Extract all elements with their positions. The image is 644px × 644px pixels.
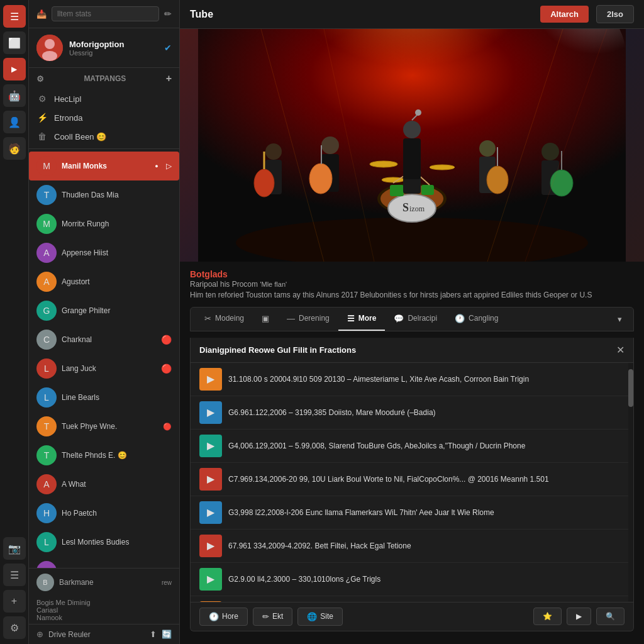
- list-item[interactable]: A Agustort: [29, 267, 179, 296]
- result-row[interactable]: ▶ 31.108.00 s 20004.9l10 509 20130 – Aim…: [191, 363, 633, 396]
- chat-item-active[interactable]: M Manil Monks ● ▷: [29, 152, 179, 180]
- robot-btn[interactable]: 🤖: [3, 84, 26, 107]
- content-area: Botglads Raripoal his Procom 'Mle flan' …: [180, 262, 644, 644]
- chat-name: Thelte Phnds E. 😊: [62, 451, 172, 460]
- star-button[interactable]: ⭐: [533, 608, 562, 625]
- result-row[interactable]: ▶ G3,998 l22,2008-l-206 Eunc llama Flame…: [191, 496, 633, 530]
- settings-btn[interactable]: ⚙: [3, 616, 26, 639]
- result-main: 67.961 334,2009-4.2092. Bett Filtei, Hac…: [228, 541, 625, 550]
- icon2: ▣: [262, 314, 269, 323]
- dropdown-panel: Dianigpined Reowe Gul Filit in Fractions…: [190, 338, 634, 631]
- tab-derening-label: Derening: [299, 314, 330, 323]
- result-row[interactable]: ▶ G2.9.00 ll4,2.3000 – 330,1010lons ¿Ge …: [191, 563, 633, 596]
- namook-label: Namook: [36, 614, 172, 621]
- search-input[interactable]: [52, 6, 159, 21]
- chat-name: Thudlen Das Mia: [62, 191, 172, 199]
- chat-name: Lang Juck: [62, 364, 156, 373]
- list-item[interactable]: A Appense Hiist: [29, 238, 179, 267]
- home-btn[interactable]: ⬜: [3, 31, 26, 54]
- site-label: Site: [320, 612, 333, 621]
- add-section-btn[interactable]: +: [166, 73, 172, 84]
- chat-avatar: L: [36, 387, 57, 408]
- tab-derening[interactable]: — Derening: [278, 308, 338, 331]
- list-item[interactable]: A A What: [29, 470, 179, 499]
- svg-point-1: [45, 39, 55, 49]
- list-btn[interactable]: ☰: [3, 564, 26, 586]
- edit-icon[interactable]: ✏: [164, 9, 172, 19]
- 2lso-button[interactable]: 2lso: [596, 5, 634, 23]
- result-info: G6.961.122,2006 – 3199,385 Doiisto, Mare…: [228, 408, 625, 417]
- result-row[interactable]: ▶ G4,006.129,2001 – 5.99,008, Slarend To…: [191, 430, 633, 463]
- list-item[interactable]: L Lang Juck 🔴: [29, 354, 179, 383]
- action-bar: 🕐 Hore ✏ Ekt 🌐 Site ⭐ ▶ 🔍: [191, 602, 633, 631]
- result-row[interactable]: ▶ C1.919 623,185 306706– Mosite Baen Cen…: [191, 596, 633, 602]
- person2-btn[interactable]: 🧑: [3, 137, 26, 160]
- tab-cangling[interactable]: 🕐 Cangling: [446, 308, 507, 331]
- bottom-nav: B Barkmane rew: [29, 568, 179, 596]
- cool-icon: 🗑: [36, 131, 48, 142]
- ekt-button[interactable]: ✏ Ekt: [253, 608, 292, 626]
- list-item[interactable]: M Morritx Rungh: [29, 209, 179, 238]
- search-button[interactable]: 🔍: [596, 608, 625, 625]
- ekt-label: Ekt: [272, 612, 283, 621]
- plus-btn[interactable]: +: [3, 590, 26, 613]
- divider: [29, 148, 179, 149]
- list-item[interactable]: G Grange Philter: [29, 296, 179, 325]
- chat-arrow: ▷: [166, 162, 172, 170]
- list-item[interactable]: T Tuek Phye Wne. 🔴: [29, 412, 179, 441]
- list-item[interactable]: L Lesl Monties Budies: [29, 528, 179, 557]
- profile-section[interactable]: Moforigoption Uessrig ✔: [29, 28, 179, 68]
- result-info: G2.9.00 ll4,2.3000 – 330,1010lons ¿Ge Tr…: [228, 575, 625, 584]
- scrollbar-thumb[interactable]: [628, 369, 633, 407]
- list-item[interactable]: T Thudlen Das Mia: [29, 180, 179, 209]
- hore-button[interactable]: 🕐 Hore: [199, 608, 248, 626]
- svg-point-2: [42, 51, 57, 61]
- result-thumb: ▶: [199, 435, 222, 457]
- tab-icon2[interactable]: ▣: [253, 308, 278, 331]
- result-main: G4,006.129,2001 – 5.99,008, Slarend TouB…: [228, 441, 625, 450]
- play-button[interactable]: ▶: [567, 608, 591, 625]
- hec-icon: ⚙: [36, 94, 48, 104]
- camera-btn[interactable]: 📷: [3, 537, 26, 560]
- svg-point-33: [479, 140, 496, 157]
- profile-info: Moforigoption Uessrig: [69, 40, 158, 57]
- altarch-button[interactable]: Altarch: [540, 6, 589, 23]
- cangling-icon: 🕐: [455, 314, 465, 323]
- action-right: ⭐ ▶ 🔍: [533, 608, 625, 625]
- nav-item-hec[interactable]: ⚙ HecLipl: [29, 89, 179, 108]
- result-row[interactable]: ▶ 67.961 334,2009-4.2092. Bett Filtei, H…: [191, 530, 633, 563]
- site-button[interactable]: 🌐 Site: [297, 608, 343, 626]
- chat-avatar: L: [36, 561, 57, 568]
- top-bar: Tube Altarch 2lso: [180, 0, 644, 29]
- cariasl-label: Cariasl: [36, 606, 172, 614]
- result-row[interactable]: ▶ G6.961.122,2006 – 3199,385 Doiisto, Ma…: [191, 396, 633, 430]
- close-button[interactable]: ✕: [616, 344, 625, 356]
- person-btn[interactable]: 👤: [3, 111, 26, 133]
- refresh-icon[interactable]: 🔄: [162, 630, 172, 639]
- svg-point-13: [430, 165, 455, 170]
- brand-btn[interactable]: ▶: [3, 58, 26, 80]
- result-row[interactable]: ▶ C7.969.134,2006-20 99, 10U Liark Boul …: [191, 463, 633, 496]
- nav-item-cool[interactable]: 🗑 Cooll Been 😊: [29, 127, 179, 146]
- chat-name: Line Bearls: [62, 393, 172, 402]
- list-item[interactable]: T Thelte Phnds E. 😊: [29, 441, 179, 470]
- etr-label: Etronda: [54, 113, 172, 123]
- result-thumb: ▶: [199, 368, 222, 391]
- chat-avatar: L: [36, 358, 57, 379]
- upload-icon[interactable]: ⬆: [150, 630, 157, 639]
- tab-modeing[interactable]: ✂ Modeing: [196, 308, 253, 331]
- list-item[interactable]: L Line Bearls: [29, 383, 179, 412]
- section-header: ⚙ MatPangs +: [29, 68, 179, 89]
- band-desc2: Him ten reforied Touston tams ay this Al…: [190, 290, 634, 301]
- list-item[interactable]: C Charknal 🔴: [29, 325, 179, 354]
- tab-delracipi[interactable]: 💬 Delracipi: [385, 308, 446, 331]
- list-item[interactable]: L Lanry Pre: [29, 557, 179, 568]
- svg-point-32: [415, 109, 421, 116]
- svg-rect-15: [390, 185, 404, 196]
- list-item[interactable]: H Ho Paetch: [29, 499, 179, 528]
- menu-btn[interactable]: ☰: [3, 5, 26, 28]
- tabs-bar: ✂ Modeing ▣ — Derening ☰ More 💬 Delracip…: [190, 307, 634, 331]
- tab-more[interactable]: ☰ More: [338, 308, 386, 331]
- nav-item-etr[interactable]: ⚡ Etronda: [29, 108, 179, 127]
- tabs-chevron[interactable]: ▾: [611, 308, 628, 330]
